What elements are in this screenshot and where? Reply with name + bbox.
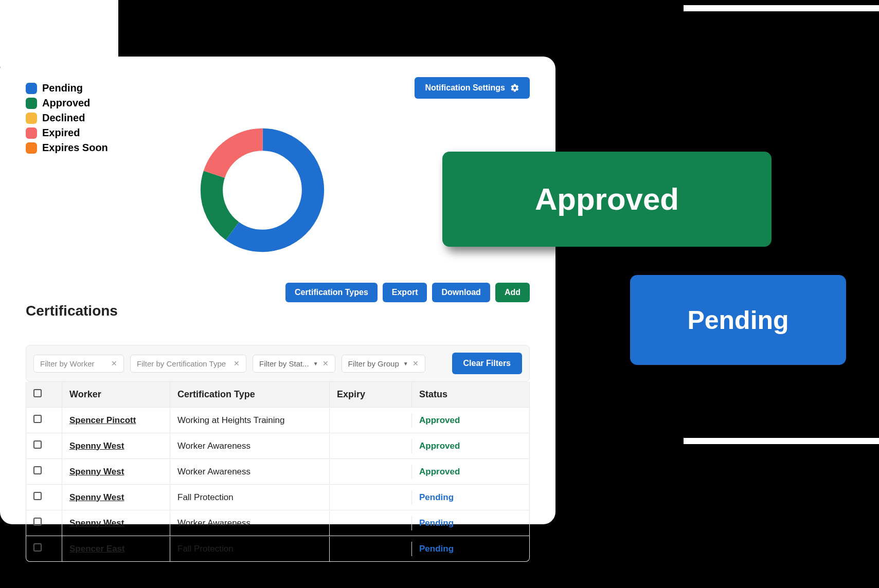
col-worker: Worker <box>62 382 170 407</box>
swatch-pending <box>26 83 37 94</box>
row-select-cell <box>26 408 62 433</box>
status-text: Approved <box>419 467 460 476</box>
status-badge-pending: Pending <box>630 275 846 365</box>
cell-expiry <box>330 413 412 428</box>
close-icon[interactable]: ✕ <box>234 359 240 368</box>
cell-status: Approved <box>412 408 505 433</box>
legend-label: Expired <box>42 127 80 139</box>
status-badge-approved: Approved <box>442 152 772 247</box>
cell-cert-type: Working at Heights Training <box>170 408 330 433</box>
filters-bar: ✕ ✕ Filter by Stat... ▼ ✕ Filter by Grou… <box>26 345 530 382</box>
filter-group-label: Filter by Group <box>348 359 399 368</box>
worker-link[interactable]: Spencer East <box>69 544 125 554</box>
table-row: Spencer PincottWorking at Heights Traini… <box>26 408 529 433</box>
col-cert-type: Certification Type <box>170 382 330 407</box>
filter-cert-type-input[interactable] <box>137 359 229 368</box>
row-select-cell <box>26 536 62 561</box>
select-all-cell <box>26 382 62 407</box>
legend-label: Declined <box>42 112 85 124</box>
cell-status: Approved <box>412 434 505 458</box>
badge-label: Pending <box>687 305 788 335</box>
badge-label: Approved <box>535 181 679 217</box>
worker-link[interactable]: Spenny West <box>69 467 124 476</box>
close-icon[interactable]: ✕ <box>322 359 329 368</box>
close-icon[interactable]: ✕ <box>111 359 117 368</box>
filter-worker[interactable]: ✕ <box>33 355 124 373</box>
cell-cert-type: Fall Protection <box>170 485 330 510</box>
row-checkbox[interactable] <box>33 415 42 423</box>
certification-types-button[interactable]: Certification Types <box>285 283 378 302</box>
table-row: Spenny WestWorker AwarenessApproved <box>26 433 529 459</box>
swatch-approved <box>26 98 37 109</box>
decorative-line <box>684 5 879 11</box>
row-select-cell <box>26 485 62 510</box>
clear-filters-button[interactable]: Clear Filters <box>452 353 522 374</box>
status-text: Approved <box>419 415 460 425</box>
cell-expiry <box>330 490 412 505</box>
certifications-card: Pending Approved Declined Expired Expire… <box>0 57 555 524</box>
filter-worker-input[interactable] <box>40 359 107 368</box>
add-button[interactable]: Add <box>495 283 530 302</box>
row-checkbox[interactable] <box>33 543 42 552</box>
cell-cert-type: Worker Awareness <box>170 460 330 484</box>
cell-status: Pending <box>412 511 505 536</box>
swatch-expires-soon <box>26 142 37 154</box>
row-checkbox[interactable] <box>33 440 42 449</box>
row-select-cell <box>26 510 62 536</box>
cell-worker: Spencer Pincott <box>62 408 170 433</box>
cell-worker: Spenny West <box>62 511 170 536</box>
cell-worker: Spenny West <box>62 460 170 484</box>
export-button[interactable]: Export <box>383 283 427 302</box>
filter-group[interactable]: Filter by Group ▼ ✕ <box>342 355 425 373</box>
cell-worker: Spenny West <box>62 434 170 458</box>
status-text: Pending <box>419 492 454 502</box>
legend-item-approved: Approved <box>26 97 108 109</box>
decorative-line <box>684 438 879 444</box>
button-label: Notification Settings <box>425 83 505 93</box>
legend-label: Approved <box>42 97 90 109</box>
cell-status: Pending <box>412 485 505 510</box>
select-all-checkbox[interactable] <box>33 389 42 397</box>
filter-status[interactable]: Filter by Stat... ▼ ✕ <box>253 355 335 373</box>
table-header-row: Worker Certification Type Expiry Status <box>26 382 529 408</box>
row-checkbox[interactable] <box>33 492 42 500</box>
cell-expiry <box>330 439 412 453</box>
worker-link[interactable]: Spenny West <box>69 518 124 528</box>
row-select-cell <box>26 433 62 458</box>
cell-status: Approved <box>412 460 505 484</box>
gear-icon <box>510 83 519 93</box>
chevron-down-icon: ▼ <box>313 361 318 366</box>
notification-settings-button[interactable]: Notification Settings <box>415 77 530 99</box>
col-status: Status <box>412 382 505 407</box>
filter-status-label: Filter by Stat... <box>259 359 309 368</box>
status-text: Pending <box>419 544 454 554</box>
row-checkbox[interactable] <box>33 466 42 474</box>
table-row: Spenny WestFall ProtectionPending <box>26 485 529 510</box>
row-checkbox[interactable] <box>33 518 42 526</box>
col-expiry: Expiry <box>330 382 412 407</box>
worker-link[interactable]: Spenny West <box>69 492 124 502</box>
actions-row: Certification Types Export Download Add <box>285 283 530 302</box>
cell-cert-type: Worker Awareness <box>170 511 330 536</box>
swatch-declined <box>26 113 37 124</box>
worker-link[interactable]: Spenny West <box>69 441 124 451</box>
chart-legend: Pending Approved Declined Expired Expire… <box>26 82 108 154</box>
worker-link[interactable]: Spencer Pincott <box>69 415 136 425</box>
cell-worker: Spenny West <box>62 485 170 510</box>
cell-cert-type: Worker Awareness <box>170 434 330 458</box>
status-text: Pending <box>419 518 454 528</box>
table-row: Spencer EastFall ProtectionPending <box>26 536 529 561</box>
legend-item-pending: Pending <box>26 82 108 94</box>
filter-cert-type[interactable]: ✕ <box>130 355 246 373</box>
close-icon[interactable]: ✕ <box>412 359 419 368</box>
table-row: Spenny WestWorker AwarenessApproved <box>26 459 529 485</box>
certifications-table: Worker Certification Type Expiry Status … <box>26 382 530 562</box>
table-row: Spenny WestWorker AwarenessPending <box>26 510 529 536</box>
legend-item-declined: Declined <box>26 112 108 124</box>
legend-label: Expires Soon <box>42 142 108 154</box>
download-button[interactable]: Download <box>432 283 490 302</box>
cell-expiry <box>330 465 412 479</box>
chevron-down-icon: ▼ <box>403 361 408 366</box>
section-title: Certifications <box>26 303 530 319</box>
cell-expiry <box>330 516 412 530</box>
